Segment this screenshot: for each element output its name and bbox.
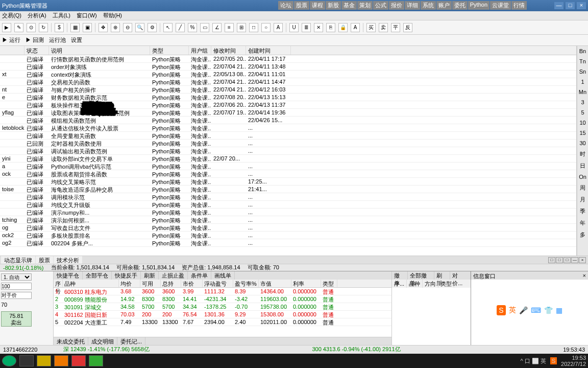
top-tab[interactable]: 公式	[373, 1, 388, 10]
timeframe-btn[interactable]: 月	[580, 196, 585, 203]
top-tab[interactable]: 股票	[294, 1, 309, 10]
position-row[interactable]: 1600310 桂东电力3.68360036003.991111.328.391…	[54, 288, 391, 295]
col-header[interactable]: 说明	[49, 46, 150, 55]
timeframe-btn[interactable]: 年	[580, 219, 585, 227]
rect-icon[interactable]: ▭	[200, 23, 209, 32]
strategy-row[interactable]: 已编译调用模块示范Python策略淘金课......	[0, 193, 576, 201]
text-icon[interactable]: A	[274, 23, 283, 32]
mid-tab[interactable]: 条件单	[188, 271, 211, 280]
timeframe-btn[interactable]: Bn	[579, 48, 586, 54]
vline-icon[interactable]: ⊞	[237, 23, 246, 32]
top-tab[interactable]: 报价	[389, 1, 404, 10]
strategy-row[interactable]: ock已编译股票或者期货排名函数Python策略淘金课......	[0, 170, 576, 178]
timeframe-btn[interactable]: 10	[579, 120, 585, 126]
menu-item[interactable]: 交易(Q)	[2, 12, 21, 19]
refresh-icon[interactable]: ↻	[39, 23, 48, 32]
strategy-row[interactable]: 已编译演示numpy和...Python策略淘金课......	[0, 209, 576, 216]
circle-icon[interactable]: ○	[261, 23, 271, 32]
info-close-icon[interactable]: ×	[583, 272, 586, 279]
timeframe-btn[interactable]: On	[579, 174, 586, 180]
top-tab[interactable]: 新股	[326, 1, 341, 10]
strategy-row[interactable]: 已编译板块操作相关函数Python策略淘金课...22/07/06 20...2…	[0, 101, 576, 109]
strategy-row[interactable]: ock2已编译多板块股票排名Python策略淘金课......	[0, 232, 576, 239]
top-tab[interactable]: 系统	[421, 1, 436, 10]
minimize-icon[interactable]: —	[554, 2, 564, 9]
btn1[interactable]: □	[548, 257, 555, 263]
bottom-tab[interactable]: 动态显示牌	[1, 256, 35, 264]
col-header[interactable]: 创建时间	[246, 46, 291, 55]
timeframe-btn[interactable]: 日	[580, 162, 585, 170]
task-3[interactable]	[54, 355, 68, 366]
align-icon[interactable]: ≣	[302, 23, 311, 32]
close-icon[interactable]: ×	[577, 2, 586, 9]
strategy-row[interactable]: e已编译财务数据相关函数示范Python策略淘金课...22/07/08 20.…	[0, 94, 576, 101]
qty-input[interactable]	[1, 283, 32, 290]
right-tab[interactable]: 刷新	[434, 271, 450, 280]
timeframe-btn[interactable]: 3	[581, 99, 584, 105]
task-4[interactable]	[71, 355, 86, 366]
strategy-row[interactable]: 已编译模组相关函数范例Python策略淘金课...22/04/26 15...	[0, 117, 576, 124]
buy-button[interactable]: 买	[366, 23, 376, 32]
menu-item[interactable]: 工具(L)	[53, 12, 70, 19]
btn3[interactable]: □	[564, 257, 571, 263]
ime-kbd-icon[interactable]: ⌨	[531, 306, 541, 314]
maximize-icon[interactable]: □	[566, 2, 575, 9]
order-tab[interactable]: 成交明细	[88, 337, 117, 345]
ime-mic-icon[interactable]: 🎤	[519, 306, 528, 314]
mid-tab[interactable]: 刷新	[141, 271, 159, 280]
reverse-button[interactable]: 反	[403, 23, 412, 32]
top-tab[interactable]: 课程	[310, 1, 325, 10]
sell-button[interactable]: 75.81 卖出	[1, 311, 32, 327]
menu-item[interactable]: 分析(A)	[28, 12, 46, 19]
underline-icon[interactable]: U	[289, 23, 299, 32]
position-row[interactable]: 5002204 大连重工7.4913300133007.672394.002.4…	[54, 318, 391, 326]
layout-icon[interactable]: ▣	[83, 23, 92, 32]
top-tab[interactable]: 基金	[341, 1, 357, 10]
mid-tab[interactable]: 止损止盈	[159, 271, 188, 280]
delete-icon[interactable]: ✕	[314, 23, 323, 32]
toolbar2-item[interactable]: 运行池	[49, 36, 66, 44]
position-row[interactable]: 4301162 国能日新70.0320020076.541301.369.291…	[54, 311, 391, 318]
close-button[interactable]: 平	[391, 23, 400, 32]
percent-icon[interactable]: %	[188, 23, 197, 32]
font-icon[interactable]: A	[351, 23, 360, 32]
strategy-row[interactable]: yini已编译读取外部ini文件交易下单Python策略淘金课...22/07 …	[0, 155, 576, 163]
mid-tab[interactable]: 快捷平仓	[54, 271, 83, 280]
position-row[interactable]: 3301091 深城交34.585700570034.34-1378.25-0.…	[54, 303, 391, 311]
position-row[interactable]: 2000899 赣能股份14.928300830014.41-4231.34-3…	[54, 295, 391, 303]
strategy-row[interactable]: tching已编译演示如何根据...Python策略淘金课......	[0, 216, 576, 224]
strategy-row[interactable]: 已编译行情数据相关函数的使用范例Python策略淘金课...22/07/05 2…	[0, 55, 576, 63]
timeframe-btn[interactable]: Tn	[579, 58, 586, 64]
toolbar2-item[interactable]: 设置	[71, 36, 82, 44]
timeframe-btn[interactable]: Mn	[579, 89, 586, 95]
toolbar2-item[interactable]: ▶ 回测	[26, 36, 44, 44]
timeframe-btn[interactable]: 15	[579, 130, 585, 136]
start-icon[interactable]	[2, 355, 16, 366]
strategy-row[interactable]: 已编译order对象演练Python策略淘金课...22/07/04 21...…	[0, 63, 576, 71]
right-tab[interactable]: 撤单	[392, 271, 408, 280]
col-header[interactable]	[0, 46, 24, 55]
tray-sogou[interactable]: S	[550, 357, 557, 364]
mid-tab[interactable]: 快捷反手	[112, 271, 141, 280]
menu-item[interactable]: 窗口(W)	[77, 12, 97, 19]
top-tab[interactable]: 论坛	[278, 1, 293, 10]
col-header[interactable]: 状态	[24, 46, 49, 55]
menu-item[interactable]: 帮助(H)	[103, 12, 122, 19]
grid-icon[interactable]: ▦	[70, 23, 80, 32]
tray-icons[interactable]: ^ 口 ⬜ 英	[520, 357, 546, 365]
task-1[interactable]	[19, 355, 34, 366]
ime-skin-icon[interactable]: 👕	[544, 306, 553, 314]
timeframe-btn[interactable]: 1	[581, 79, 584, 85]
play-icon[interactable]: ▶	[2, 23, 11, 32]
record-icon[interactable]: ⊙	[27, 23, 36, 32]
angle-icon[interactable]: ∠	[212, 23, 222, 32]
col-header[interactable]: 类型	[150, 46, 189, 55]
strategy-row[interactable]: og已编译写收盘日志文件Python策略淘金课......	[0, 224, 576, 232]
task-5[interactable]	[89, 355, 103, 366]
auto-select[interactable]: 1. 自动	[1, 273, 32, 281]
toolbar2-item[interactable]: ▶ 运行	[2, 36, 20, 44]
top-tab[interactable]: 详细	[405, 1, 420, 10]
zoomin-icon[interactable]: ⊕	[111, 23, 120, 32]
edit-icon[interactable]: ✎	[14, 23, 23, 32]
strategy-row[interactable]: nt已编译与账户相关的操作Python策略淘金课...22/07/04 21..…	[0, 86, 576, 94]
